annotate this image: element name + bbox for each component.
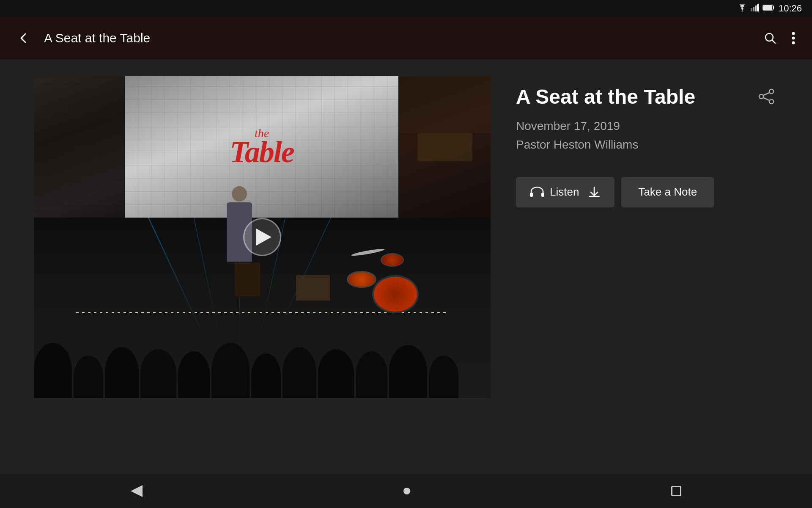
listen-label: Listen — [550, 185, 579, 199]
drum-kit — [347, 237, 448, 322]
take-note-button[interactable]: Take a Note — [621, 177, 714, 207]
play-button[interactable] — [243, 218, 281, 256]
stage-table — [296, 275, 330, 301]
sermon-header: A Seat at the Table — [516, 85, 778, 109]
battery-icon — [763, 4, 775, 13]
svg-point-10 — [792, 41, 795, 44]
video-player[interactable]: the Table — [34, 76, 491, 398]
nav-home-circle — [403, 488, 410, 494]
audience — [34, 330, 491, 398]
svg-point-12 — [759, 94, 763, 99]
svg-rect-16 — [530, 193, 533, 197]
nav-recents-square — [671, 486, 681, 496]
svg-point-11 — [769, 89, 774, 94]
listen-button[interactable]: Listen — [516, 177, 614, 207]
screen-row: the Table — [34, 76, 491, 218]
sermon-pastor: Pastor Heston Williams — [516, 138, 778, 152]
nav-back-button[interactable] — [105, 480, 168, 502]
video-scene: the Table — [34, 76, 491, 398]
svg-point-9 — [792, 37, 795, 40]
download-icon — [587, 185, 601, 199]
more-options-button[interactable] — [788, 28, 798, 48]
svg-rect-6 — [763, 6, 772, 10]
status-bar: 10:26 — [0, 0, 812, 17]
nav-recents-button[interactable] — [646, 481, 707, 501]
table-word: Table — [230, 135, 294, 169]
wifi-icon — [737, 4, 747, 14]
podium — [235, 262, 260, 296]
sermon-info-panel: A Seat at the Table November 17, 2019 Pa… — [516, 76, 778, 207]
nav-home-button[interactable] — [378, 483, 436, 500]
svg-point-8 — [792, 32, 795, 35]
svg-rect-4 — [757, 4, 759, 11]
svg-rect-1 — [751, 8, 752, 11]
svg-point-0 — [741, 10, 743, 11]
screen-right — [399, 76, 491, 218]
svg-rect-3 — [755, 6, 757, 11]
screen-center: the Table — [125, 76, 399, 218]
svg-rect-2 — [753, 7, 754, 11]
app-bar-title: A Seat at the Table — [44, 31, 750, 45]
sermon-date: November 17, 2019 — [516, 119, 778, 133]
svg-line-14 — [763, 93, 769, 95]
navigation-bar — [0, 474, 812, 508]
svg-rect-17 — [541, 193, 544, 197]
play-triangle-icon — [256, 229, 272, 246]
signal-icon — [751, 4, 759, 13]
back-button[interactable] — [14, 28, 34, 48]
share-button[interactable] — [754, 85, 778, 108]
status-time: 10:26 — [779, 3, 802, 14]
svg-line-15 — [763, 98, 769, 100]
svg-point-13 — [769, 99, 774, 104]
app-bar-actions — [760, 28, 798, 48]
app-bar: A Seat at the Table — [0, 17, 812, 59]
svg-marker-18 — [131, 485, 143, 497]
headphones-icon — [529, 185, 545, 199]
screen-left — [34, 76, 125, 218]
main-content: the Table — [0, 59, 812, 474]
sermon-title: A Seat at the Table — [516, 85, 695, 109]
action-buttons: Listen Take a Note — [516, 177, 778, 207]
search-button[interactable] — [760, 28, 780, 48]
take-note-label: Take a Note — [638, 185, 697, 198]
status-icons: 10:26 — [737, 3, 802, 14]
table-text-display: the Table — [230, 127, 294, 167]
